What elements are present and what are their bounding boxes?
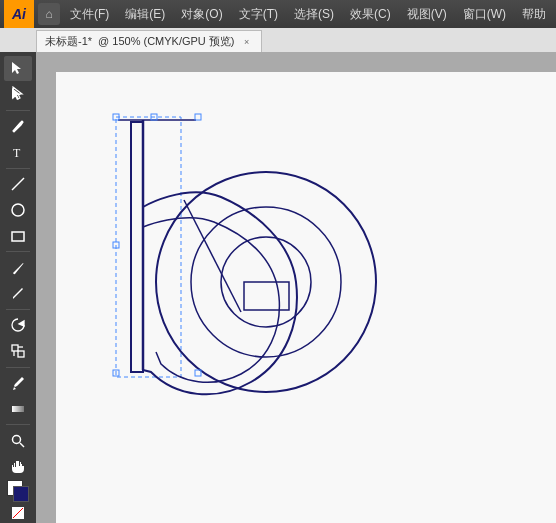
svg-marker-7 — [19, 321, 24, 326]
color-fill-stroke[interactable] — [7, 480, 29, 502]
tool-separator-1 — [6, 110, 30, 111]
svg-rect-6 — [12, 232, 24, 241]
artwork-svg — [36, 52, 556, 523]
line-tool-button[interactable] — [4, 171, 32, 196]
menu-edit[interactable]: 编辑(E) — [121, 4, 169, 25]
rotate-tool-button[interactable] — [4, 313, 32, 338]
menu-bar: 文件(F) 编辑(E) 对象(O) 文字(T) 选择(S) 效果(C) 视图(V… — [66, 4, 552, 25]
menu-window[interactable]: 窗口(W) — [459, 4, 510, 25]
svg-line-4 — [12, 178, 24, 190]
zoom-tool-button[interactable] — [4, 428, 32, 453]
app-logo: Ai — [4, 0, 34, 28]
tool-separator-6 — [6, 424, 30, 425]
canvas-area[interactable] — [36, 52, 556, 523]
eyedropper-tool-button[interactable] — [4, 371, 32, 396]
svg-point-13 — [13, 435, 21, 443]
tool-separator-4 — [6, 309, 30, 310]
menu-type[interactable]: 文字(T) — [235, 4, 282, 25]
tool-separator-3 — [6, 251, 30, 252]
menu-select[interactable]: 选择(S) — [290, 4, 338, 25]
selection-tool-button[interactable] — [4, 56, 32, 81]
svg-point-5 — [12, 204, 24, 216]
hand-tool-button[interactable] — [4, 454, 32, 479]
tool-separator-5 — [6, 367, 30, 368]
tab-close-button[interactable]: × — [241, 36, 253, 48]
rectangle-tool-button[interactable] — [4, 223, 32, 248]
tool-separator-2 — [6, 168, 30, 169]
paintbrush-tool-button[interactable] — [4, 255, 32, 280]
svg-line-14 — [20, 443, 24, 447]
main-area: T — [0, 52, 556, 523]
pen-tool-button[interactable] — [4, 114, 32, 139]
scale-tool-button[interactable] — [4, 339, 32, 364]
pencil-tool-button[interactable] — [4, 281, 32, 306]
svg-rect-12 — [12, 406, 24, 412]
svg-text:T: T — [13, 146, 21, 160]
document-tab[interactable]: 未标题-1* @ 150% (CMYK/GPU 预览) × — [36, 30, 262, 52]
none-color-indicator — [12, 507, 24, 519]
title-bar: Ai ⌂ 文件(F) 编辑(E) 对象(O) 文字(T) 选择(S) 效果(C)… — [0, 0, 556, 28]
svg-rect-8 — [12, 345, 18, 351]
menu-help[interactable]: 帮助 — [518, 4, 550, 25]
svg-marker-0 — [12, 62, 21, 74]
tab-info: @ 150% (CMYK/GPU 预览) — [98, 34, 234, 49]
menu-object[interactable]: 对象(O) — [177, 4, 226, 25]
tab-bar: 未标题-1* @ 150% (CMYK/GPU 预览) × — [0, 28, 556, 52]
svg-rect-9 — [18, 351, 24, 357]
ellipse-tool-button[interactable] — [4, 197, 32, 222]
home-icon[interactable]: ⌂ — [38, 3, 60, 25]
toolbar: T — [0, 52, 36, 523]
type-tool-button[interactable]: T — [4, 140, 32, 165]
direct-selection-tool-button[interactable] — [4, 82, 32, 107]
tab-title: 未标题-1* — [45, 34, 92, 49]
menu-effect[interactable]: 效果(C) — [346, 4, 395, 25]
menu-view[interactable]: 视图(V) — [403, 4, 451, 25]
menu-file[interactable]: 文件(F) — [66, 4, 113, 25]
gradient-tool-button[interactable] — [4, 396, 32, 421]
